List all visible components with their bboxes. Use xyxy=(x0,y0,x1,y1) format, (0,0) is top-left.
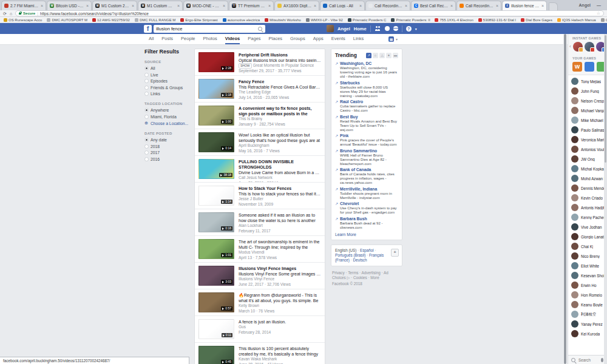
video-author[interactable]: Modus Vivendi xyxy=(239,250,265,255)
trending-item[interactable]: ↗ Merrillville, Indiana Toddler shoots p… xyxy=(335,187,398,200)
contact-row[interactable]: Nico Breny xyxy=(568,251,604,261)
contact-row[interactable]: Veronica Marie C xyxy=(568,135,604,144)
result-tab[interactable]: Groups xyxy=(290,34,305,44)
trending-item[interactable]: ↗ Best Buy Retail Rivals Amazon and Best… xyxy=(335,115,398,132)
contact-row[interactable]: Hon Romeio xyxy=(568,290,604,300)
video-title[interactable]: PULLING DOWN INVISIBLE STRONGHOLDS xyxy=(239,159,321,170)
result-tab[interactable]: Videos xyxy=(225,34,240,44)
tab-close-icon[interactable]: × xyxy=(268,4,271,8)
video-author[interactable]: Gus xyxy=(239,325,246,330)
trending-item[interactable]: ↗ Bank of Canada Bank of Canada holds ra… xyxy=(335,167,398,185)
nav-avatar[interactable] xyxy=(327,25,334,32)
video-result-row[interactable]: 0:14 Wow! Looks like an optical illusion… xyxy=(195,129,325,156)
result-tab[interactable]: People xyxy=(181,34,195,44)
footer-link[interactable]: Terms xyxy=(348,271,361,275)
video-author[interactable]: Call Jesus Network xyxy=(239,175,273,181)
tab-close-icon[interactable]: × xyxy=(86,4,89,8)
trending-item[interactable]: ↗ Raúl Castro Cuba lawmakers gather to r… xyxy=(335,99,398,113)
contact-row[interactable]: Mohd Azwan R xyxy=(568,174,604,183)
video-thumbnail[interactable]: 0:45 xyxy=(198,346,234,364)
content-scrollbar[interactable] xyxy=(563,34,567,364)
video-result-row[interactable]: 0:57 🔥Regrann from @durgansworld - This … xyxy=(195,289,325,316)
contact-row[interactable]: 利清校空 xyxy=(568,309,604,319)
contact-row[interactable]: Giorgio Lanata xyxy=(568,232,604,241)
video-thumbnail[interactable]: 3:03 xyxy=(198,266,234,286)
video-result-row[interactable]: 0:45 This illusion is 100 percent absolu… xyxy=(195,343,325,364)
contact-row[interactable]: Michal Kopka xyxy=(568,164,604,174)
video-thumbnail[interactable]: 1:18 xyxy=(198,79,234,99)
filter-option[interactable]: All xyxy=(144,66,192,70)
video-author[interactable]: Kavan Waka Meshark xyxy=(239,357,277,362)
trending-entertainment-tab-icon[interactable]: ▬ xyxy=(393,53,398,58)
browser-tab[interactable]: M M1 Custom 2.3mm OD V × xyxy=(92,1,137,10)
browser-tab[interactable]: Call Recording Service - × xyxy=(456,1,501,10)
result-tab[interactable]: Events xyxy=(331,34,345,44)
window-scrollbar[interactable] xyxy=(604,34,607,364)
filter-option[interactable]: 2018 xyxy=(144,144,192,149)
language-option[interactable]: Español xyxy=(360,248,376,252)
video-result-row[interactable]: 0:16 Someone asked if it was an illusion… xyxy=(195,209,325,236)
video-thumbnail[interactable]: 2:28 xyxy=(198,52,234,72)
chevron-down-icon[interactable]: ▾ xyxy=(415,27,417,31)
nav-home-link[interactable]: Home xyxy=(354,26,367,32)
learn-more-link[interactable]: Learn More xyxy=(335,232,398,237)
browser-tab[interactable]: 2.7 FM Miami WL × xyxy=(1,1,46,10)
video-author[interactable]: Alan Lockhart xyxy=(239,223,263,229)
instant-game-avatar[interactable] xyxy=(596,42,604,52)
trending-politics-tab-icon[interactable]: ⌂ xyxy=(373,53,378,58)
chat-search-input[interactable] xyxy=(577,357,599,363)
result-tab[interactable]: All xyxy=(149,34,154,44)
contact-row[interactable]: Antonios Voulgar xyxy=(568,144,604,154)
page-url[interactable]: https://www.facebook.com/search/videos/?… xyxy=(40,12,595,16)
video-author[interactable]: This Is Brainy xyxy=(239,116,262,122)
trending-item[interactable]: ↗ Washington, DC Washington, DC, conside… xyxy=(335,61,398,79)
contact-row[interactable]: Paulo Salinas Rg xyxy=(568,125,604,135)
bookmark-item[interactable]: Mitsubishi Worksho xyxy=(265,18,301,22)
video-result-row[interactable]: 1:18 Fancy Fence This Retractable Fence … xyxy=(195,76,325,103)
video-title[interactable]: Peripheral Drift Illusions xyxy=(239,52,321,58)
trending-top-tab-icon[interactable]: ↗ xyxy=(366,53,371,58)
video-thumbnail[interactable]: 0:57 xyxy=(198,292,234,312)
contact-row[interactable]: Erwin Ho xyxy=(568,280,604,290)
bookmark-item[interactable]: Prismatic Powders C xyxy=(348,18,387,22)
contact-row[interactable]: Dennis Mendez xyxy=(568,183,604,193)
tab-close-icon[interactable]: × xyxy=(177,4,180,8)
bookmark-item[interactable]: Prismatic Powders: Il xyxy=(391,18,430,22)
video-title[interactable]: Illusions Vinyl Fence Images xyxy=(239,266,321,271)
messenger-icon[interactable] xyxy=(385,26,390,31)
video-author[interactable]: Illusions Vinyl Fence xyxy=(239,277,274,282)
bookmark-item[interactable]: Carbing 3-Point Stru xyxy=(601,18,607,22)
instant-game-avatar[interactable] xyxy=(585,42,594,52)
bookmark-item[interactable]: 530892-131-6/ Dial l xyxy=(478,18,516,22)
contact-row[interactable]: Chai Kj xyxy=(568,241,604,251)
browser-tab[interactable]: Call Recording? - Help & × xyxy=(365,1,410,10)
video-author[interactable]: Kelly Brown xyxy=(239,303,259,309)
footer-link[interactable]: Privacy xyxy=(332,271,348,275)
result-tab[interactable]: Places xyxy=(269,34,283,44)
tab-close-icon[interactable]: × xyxy=(132,4,134,8)
tab-close-icon[interactable]: × xyxy=(541,4,544,8)
video-author[interactable]: April Buckingham xyxy=(239,143,270,149)
trending-item[interactable]: ↗ Starbucks Starbucks will close 8,000 U… xyxy=(335,81,398,98)
trending-sports-tab-icon[interactable]: ● xyxy=(386,53,392,58)
bookmark-star-icon[interactable]: ☆ xyxy=(597,11,600,16)
bookmark-item[interactable]: 12 AWG M22759/32 xyxy=(92,18,130,22)
filter-option[interactable]: Live xyxy=(144,73,192,77)
video-result-row[interactable]: 1:14 How to Stack Your Fences This is ho… xyxy=(195,183,325,209)
browser-tab[interactable]: M M1 Custom White 10AW × xyxy=(138,1,183,10)
contact-row[interactable]: Eliot White xyxy=(568,261,604,271)
add-language-button[interactable]: + xyxy=(391,249,399,257)
bookmark-item[interactable]: Ergo-Elite Stripmast xyxy=(180,18,217,22)
bookmark-item[interactable]: 755.1XXL-4 Electron xyxy=(435,18,473,22)
contact-row[interactable]: Michael Vargas xyxy=(568,106,604,115)
video-author[interactable]: Jesse J Butler xyxy=(239,197,263,202)
filter-option[interactable]: 2016 xyxy=(144,157,192,161)
tab-close-icon[interactable]: × xyxy=(41,4,43,8)
tab-close-icon[interactable]: × xyxy=(450,4,453,8)
contact-row[interactable]: John Fung xyxy=(568,86,604,96)
contact-row[interactable]: Kenny Pacheco xyxy=(568,212,604,222)
chevron-down-icon[interactable]: ▾ xyxy=(396,37,398,41)
video-thumbnail[interactable]: 1:01 xyxy=(198,239,234,259)
browser-tab[interactable]: M MOD-ONE - Shopping C × xyxy=(183,1,228,10)
video-thumbnail[interactable]: 0:11 xyxy=(198,319,234,339)
